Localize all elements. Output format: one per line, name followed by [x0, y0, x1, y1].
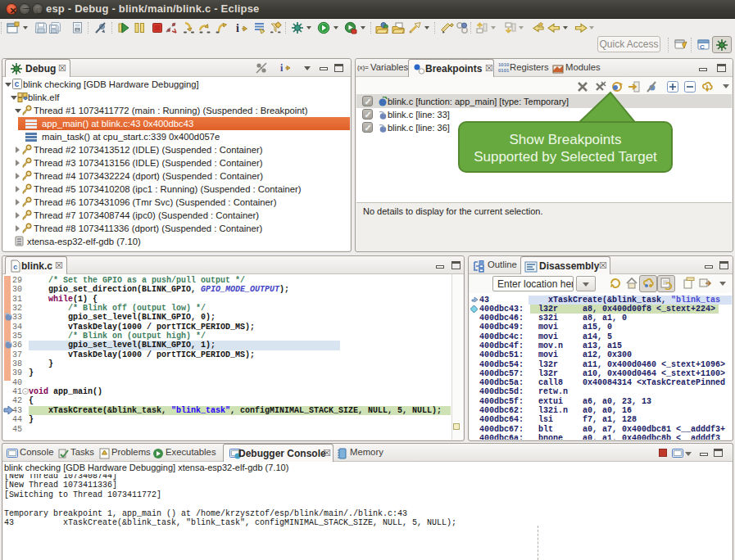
svg-text:c: c [15, 80, 20, 89]
svg-text:i: i [280, 62, 284, 74]
svg-text:Show Breakpoints: Show Breakpoints [509, 132, 621, 147]
svg-text:i: i [236, 22, 239, 34]
svg-text:c: c [13, 264, 17, 272]
svg-text:Supported by Selected Target: Supported by Selected Target [474, 149, 657, 165]
svg-text:C: C [700, 43, 705, 51]
